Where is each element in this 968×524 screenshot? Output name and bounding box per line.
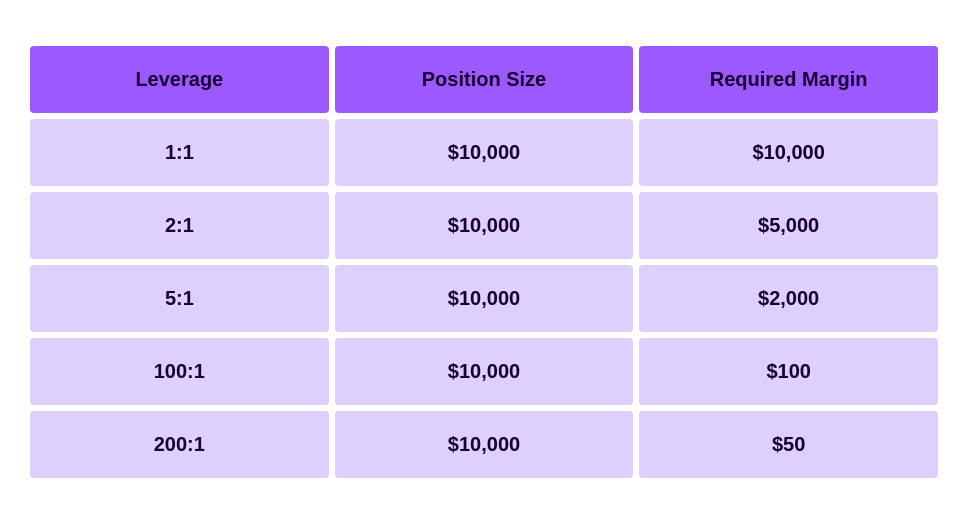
table-row: 5:1$10,000$2,000: [30, 265, 938, 332]
header-position-size: Position Size: [335, 46, 634, 113]
table-row: 1:1$10,000$10,000: [30, 119, 938, 186]
leverage-table-container: Leverage Position Size Required Margin 1…: [24, 40, 944, 484]
cell-position-size: $10,000: [335, 411, 634, 478]
cell-required-margin: $100: [639, 338, 938, 405]
cell-required-margin: $2,000: [639, 265, 938, 332]
cell-leverage: 200:1: [30, 411, 329, 478]
cell-leverage: 1:1: [30, 119, 329, 186]
cell-position-size: $10,000: [335, 265, 634, 332]
cell-required-margin: $5,000: [639, 192, 938, 259]
cell-leverage: 100:1: [30, 338, 329, 405]
header-leverage: Leverage: [30, 46, 329, 113]
cell-leverage: 2:1: [30, 192, 329, 259]
cell-position-size: $10,000: [335, 338, 634, 405]
leverage-table: Leverage Position Size Required Margin 1…: [24, 40, 944, 484]
cell-leverage: 5:1: [30, 265, 329, 332]
cell-position-size: $10,000: [335, 119, 634, 186]
table-header-row: Leverage Position Size Required Margin: [30, 46, 938, 113]
table-row: 100:1$10,000$100: [30, 338, 938, 405]
cell-position-size: $10,000: [335, 192, 634, 259]
cell-required-margin: $10,000: [639, 119, 938, 186]
cell-required-margin: $50: [639, 411, 938, 478]
header-required-margin: Required Margin: [639, 46, 938, 113]
table-row: 2:1$10,000$5,000: [30, 192, 938, 259]
table-row: 200:1$10,000$50: [30, 411, 938, 478]
